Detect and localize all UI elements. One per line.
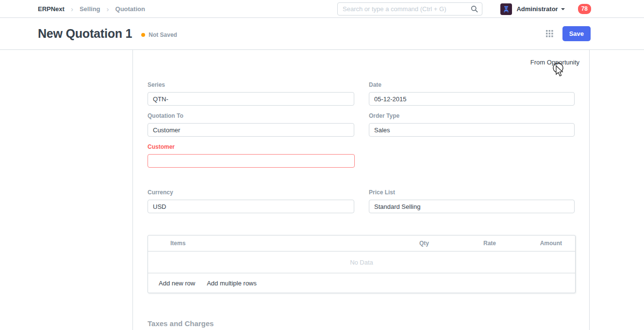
customer-input[interactable] bbox=[148, 154, 355, 168]
order-type-field: Order Type bbox=[369, 112, 575, 137]
breadcrumb-separator: › bbox=[71, 5, 73, 13]
date-label: Date bbox=[369, 81, 575, 88]
items-table-footer: Add new row Add multiple rows bbox=[148, 273, 575, 293]
user-menu[interactable]: Administrator bbox=[516, 5, 558, 13]
order-type-input[interactable] bbox=[369, 123, 575, 137]
global-search bbox=[337, 2, 482, 16]
column-rate: Rate bbox=[429, 240, 496, 247]
save-button[interactable]: Save bbox=[562, 26, 591, 41]
price-list-input[interactable] bbox=[369, 200, 575, 213]
status-dot-icon bbox=[141, 33, 145, 37]
breadcrumb-separator: › bbox=[107, 5, 109, 13]
currency-field: Currency bbox=[148, 189, 354, 213]
price-list-label: Price List bbox=[369, 189, 575, 196]
items-table-empty-row: No Data bbox=[148, 251, 575, 273]
breadcrumb-erpnext[interactable]: ERPNext bbox=[38, 5, 65, 13]
items-table-header: Items Qty Rate Amount bbox=[148, 236, 575, 251]
status-label: Not Saved bbox=[149, 31, 177, 38]
order-type-label: Order Type bbox=[369, 112, 575, 119]
page-header: New Quotation 1 Not Saved Save bbox=[0, 18, 644, 50]
form-row: Customer bbox=[148, 143, 575, 168]
chevron-down-icon bbox=[561, 8, 565, 10]
section-heading-taxes-and-charges: Taxes and Charges bbox=[148, 319, 575, 328]
from-opportunity-button[interactable]: From Opportunity bbox=[530, 59, 579, 66]
grid-menu-icon[interactable] bbox=[546, 30, 553, 37]
date-field: Date bbox=[369, 81, 575, 106]
search-input[interactable] bbox=[337, 2, 482, 16]
form-row: Series Date bbox=[148, 81, 575, 106]
quotation-to-input[interactable] bbox=[148, 123, 354, 137]
avatar[interactable] bbox=[500, 3, 512, 15]
breadcrumb-quotation[interactable]: Quotation bbox=[116, 5, 145, 13]
column-items: Items bbox=[148, 240, 371, 247]
currency-label: Currency bbox=[148, 189, 354, 196]
customer-field: Customer bbox=[148, 143, 355, 168]
quotation-to-label: Quotation To bbox=[148, 112, 354, 119]
quotation-to-field: Quotation To bbox=[148, 112, 354, 137]
robot-avatar-icon bbox=[502, 5, 510, 13]
notification-badge[interactable]: 78 bbox=[578, 4, 591, 14]
search-icon bbox=[471, 5, 478, 15]
add-multiple-rows-button[interactable]: Add multiple rows bbox=[207, 280, 257, 287]
navbar-right-cluster: Administrator 78 bbox=[500, 0, 591, 18]
form-row: Quotation To Order Type bbox=[148, 112, 575, 137]
column-amount: Amount bbox=[496, 240, 575, 247]
items-table: Items Qty Rate Amount No Data Add new ro… bbox=[148, 235, 576, 293]
currency-input[interactable] bbox=[148, 200, 354, 213]
breadcrumb-selling[interactable]: Selling bbox=[80, 5, 100, 13]
no-data-text: No Data bbox=[350, 259, 373, 266]
not-saved-indicator: Not Saved bbox=[141, 31, 177, 38]
form-column: From Opportunity Series Date Quotation T… bbox=[132, 50, 590, 330]
date-input[interactable] bbox=[369, 92, 575, 106]
series-label: Series bbox=[148, 81, 354, 88]
customer-label: Customer bbox=[148, 143, 355, 150]
add-new-row-button[interactable]: Add new row bbox=[159, 280, 195, 287]
price-list-field: Price List bbox=[369, 189, 575, 213]
series-field: Series bbox=[148, 81, 354, 106]
series-input[interactable] bbox=[148, 92, 354, 106]
form-row: Currency Price List bbox=[148, 189, 575, 213]
column-qty: Qty bbox=[371, 240, 429, 247]
top-navbar: ERPNext › Selling › Quotation bbox=[0, 0, 644, 18]
page-content: From Opportunity Series Date Quotation T… bbox=[0, 50, 644, 330]
page-title: New Quotation 1 bbox=[38, 27, 132, 41]
